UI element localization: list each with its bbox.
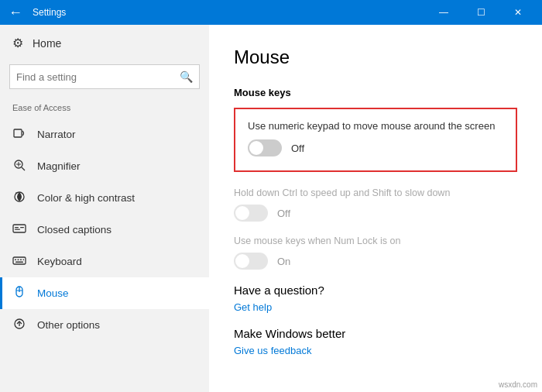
help-section: Have a question? Get help Make Windows b… [234, 284, 517, 356]
narrator-icon [12, 126, 26, 143]
home-icon: ⚙ [12, 36, 23, 50]
feedback-title: Make Windows better [234, 327, 517, 340]
sidebar-item-label: Narrator [37, 129, 76, 140]
mouse-keys-toggle-row: Off [248, 139, 503, 156]
sidebar-item-label: Other options [37, 319, 100, 331]
svg-rect-16 [15, 262, 23, 263]
sidebar-item-other-options[interactable]: Other options [0, 309, 209, 341]
sidebar-item-narrator[interactable]: Narrator [0, 119, 209, 150]
sidebar-item-label: Color & high contrast [37, 192, 135, 204]
magnifier-icon [12, 158, 26, 174]
svg-rect-9 [15, 229, 20, 230]
svg-rect-12 [15, 260, 16, 261]
give-feedback-link[interactable]: Give us feedback [234, 345, 517, 356]
search-box[interactable]: 🔍 [9, 64, 200, 89]
numlock-toggle-row: On [234, 253, 517, 270]
sidebar-item-label: Keyboard [37, 256, 82, 267]
close-button[interactable]: ✕ [500, 0, 536, 25]
color-contrast-icon [12, 190, 26, 206]
sidebar-item-home[interactable]: ⚙ Home [0, 25, 209, 61]
ctrl-section: Hold down Ctrl to speed up and Shift to … [234, 187, 517, 222]
keyboard-icon [12, 253, 26, 270]
sidebar-item-color-contrast[interactable]: Color & high contrast [0, 182, 209, 214]
numlock-description: Use mouse keys when Num Lock is on [234, 236, 517, 246]
ctrl-toggle-row: Off [234, 205, 517, 222]
titlebar: ← Settings — ☐ ✕ [0, 0, 542, 25]
mouse-icon [12, 285, 26, 301]
home-label: Home [33, 37, 61, 50]
window-controls: — ☐ ✕ [426, 0, 536, 25]
svg-rect-10 [20, 227, 24, 228]
watermark: wsxdn.com [499, 380, 537, 389]
sidebar-item-label: Closed captions [37, 224, 111, 236]
mouse-keys-toggle[interactable] [248, 139, 282, 156]
back-icon: ← [9, 5, 22, 21]
svg-rect-0 [14, 129, 22, 137]
page-title: Mouse [234, 46, 517, 68]
svg-rect-11 [13, 257, 26, 264]
sidebar: ⚙ Home 🔍 Ease of Access Narrator [0, 25, 209, 392]
titlebar-title: Settings [33, 7, 426, 18]
sidebar-item-label: Magnifier [37, 160, 81, 172]
svg-rect-8 [15, 227, 19, 228]
closed-captions-icon [12, 222, 26, 238]
maximize-button[interactable]: ☐ [463, 0, 499, 25]
sidebar-item-closed-captions[interactable]: Closed captions [0, 214, 209, 246]
content-area: Mouse Mouse keys Use numeric keypad to m… [209, 25, 542, 392]
mouse-keys-highlight-box: Use numeric keypad to move mouse around … [234, 108, 517, 172]
other-options-icon [12, 317, 26, 333]
svg-rect-14 [20, 260, 22, 261]
svg-rect-15 [23, 260, 25, 261]
minimize-button[interactable]: — [426, 0, 461, 25]
svg-rect-13 [18, 260, 19, 261]
mouse-keys-section-title: Mouse keys [234, 87, 517, 98]
get-help-link[interactable]: Get help [234, 301, 517, 313]
mouse-keys-description: Use numeric keypad to move mouse around … [248, 120, 503, 132]
svg-line-2 [22, 167, 25, 170]
main-container: ⚙ Home 🔍 Ease of Access Narrator [0, 25, 542, 392]
sidebar-item-keyboard[interactable]: Keyboard [0, 246, 209, 277]
back-button[interactable]: ← [6, 3, 25, 22]
sidebar-item-magnifier[interactable]: Magnifier [0, 150, 209, 182]
help-title: Have a question? [234, 284, 517, 297]
ctrl-toggle-label: Off [277, 208, 290, 219]
ctrl-toggle[interactable] [234, 205, 268, 222]
search-input[interactable] [16, 71, 180, 83]
sidebar-section-label: Ease of Access [0, 100, 209, 119]
numlock-section: Use mouse keys when Num Lock is on On [234, 236, 517, 270]
svg-rect-7 [13, 225, 26, 232]
sidebar-item-label: Mouse [37, 287, 69, 299]
search-icon: 🔍 [180, 70, 193, 83]
numlock-toggle-label: On [277, 256, 290, 267]
sidebar-item-mouse[interactable]: Mouse [0, 277, 209, 309]
numlock-toggle[interactable] [234, 253, 268, 270]
mouse-keys-toggle-label: Off [291, 143, 304, 154]
ctrl-description: Hold down Ctrl to speed up and Shift to … [234, 187, 517, 198]
